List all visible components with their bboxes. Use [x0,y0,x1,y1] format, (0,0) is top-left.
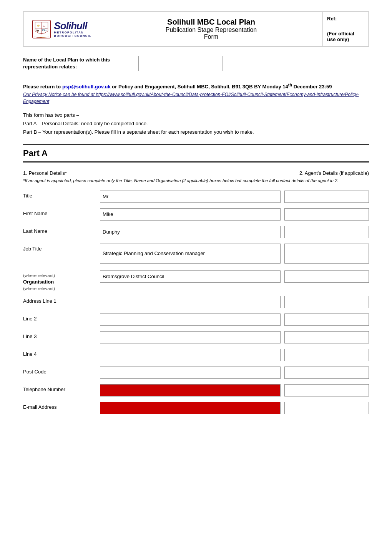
organisation-label: (where relevant) Organisation (where rel… [23,270,100,292]
sub-title-line1: Publication Stage Representation [166,27,257,33]
email-input[interactable] [100,402,281,414]
ref-label: Ref: [327,16,364,22]
lastname-agent-input[interactable] [284,226,369,238]
return-text: Please return to psp@solihull.gov.uk or … [23,82,369,91]
telephone-agent-input[interactable] [284,384,369,396]
plan-name-label: Name of the Local Plan to which this rep… [23,56,131,70]
postcode-row: Post Code [23,367,369,380]
line3-row: Line 3 [23,331,369,345]
email-agent-input[interactable] [284,402,369,414]
title-field1 [100,191,281,203]
logo-text-block: Solihull METROPOLITAN BOROUGH COUNCIL [54,21,92,38]
jobtitle-label: Job Title [23,244,100,252]
plan-name-section: Name of the Local Plan to which this rep… [23,56,369,76]
title-row: Title [23,191,369,204]
firstname-field1 [100,208,281,221]
email-field2 [284,402,369,414]
line4-field2 [284,349,369,361]
line3-input[interactable] [100,331,281,343]
agent-col-header: 2. Agent's Details (if applicable) [281,170,369,176]
address1-agent-input[interactable] [284,296,369,308]
return-email[interactable]: psp@solihull.gov.uk [62,84,111,90]
organisation-agent-input[interactable] [284,270,369,283]
part-a-header: Part A [23,144,369,163]
firstname-row: First Name [23,208,369,222]
org-where-relevant-2: (where relevant) [23,285,100,292]
logo-name: Solihull [54,21,92,31]
telephone-field1 [100,384,281,396]
column-headers: 1. Personal Details* 2. Agent's Details … [23,170,369,176]
email-row: E-mail Address [23,402,369,416]
return-date-end: December 23:59 [292,84,332,90]
line2-label: Line 2 [23,313,100,322]
header-title-section: Solihull MBC Local Plan Publication Stag… [100,12,322,46]
line2-agent-input[interactable] [284,313,369,326]
instruction-text: *If an agent is appointed, please comple… [23,177,369,184]
line2-field1 [100,313,281,326]
lastname-row: Last Name [23,226,369,240]
firstname-field2 [284,208,369,221]
coat-of-arms-icon: ⚜ ✛ 🦅 IN RURE [32,20,51,39]
line4-row: Line 4 [23,349,369,363]
lastname-label: Last Name [23,226,100,235]
address1-input[interactable] [100,296,281,308]
address1-label: Address Line 1 [23,296,100,305]
line4-field1 [100,349,281,361]
return-superscript: th [288,83,292,87]
organisation-row: (where relevant) Organisation (where rel… [23,269,369,292]
form-description: This form has two parts – Part A – Perso… [23,111,369,136]
plan-name-input[interactable] [138,56,223,71]
privacy-text: Our Privacy Notice can be found at https… [23,91,369,105]
sub-title-line2: Form [166,33,257,40]
postcode-input[interactable] [100,367,281,379]
jobtitle-input[interactable] [100,244,281,264]
logo-section: ⚜ ✛ 🦅 IN RURE Solihull METROPOLITAN BORO… [23,12,100,46]
lastname-input[interactable] [100,226,281,238]
form-desc-line3: Part B – Your representation(s). Please … [23,128,369,136]
telephone-row: Telephone Number [23,384,369,398]
telephone-field2 [284,384,369,396]
email-label: E-mail Address [23,402,100,411]
organisation-input[interactable] [100,270,281,283]
organisation-field2 [284,270,369,283]
postcode-field2 [284,367,369,379]
telephone-input[interactable] [100,384,281,396]
logo-line1: METROPOLITAN [54,31,92,34]
svg-text:IN RURE: IN RURE [36,36,42,38]
address1-field1 [100,296,281,308]
lastname-field1 [100,226,281,238]
firstname-input[interactable] [100,208,281,221]
firstname-label: First Name [23,208,100,217]
jobtitle-row: Job Title [23,244,369,265]
title-agent-input[interactable] [284,191,369,203]
organisation-field1 [100,270,281,283]
postcode-field1 [100,367,281,379]
line3-agent-input[interactable] [284,331,369,343]
firstname-agent-input[interactable] [284,208,369,221]
jobtitle-field2 [284,244,369,264]
jobtitle-agent-input[interactable] [284,244,369,264]
title-label: Title [23,191,100,199]
line4-label: Line 4 [23,349,100,358]
line2-input[interactable] [100,313,281,326]
line4-input[interactable] [100,349,281,361]
svg-text:✛: ✛ [42,24,45,28]
logo-line2: BOROUGH COUNCIL [54,34,92,38]
return-section: Please return to psp@solihull.gov.uk or … [23,82,369,105]
postcode-agent-input[interactable] [284,367,369,379]
ref-section: Ref: (For official use only) [322,12,369,46]
lastname-field2 [284,226,369,238]
line3-label: Line 3 [23,331,100,340]
form-desc-line1: This form has two parts – [23,111,369,119]
line2-row: Line 2 [23,313,369,327]
line4-agent-input[interactable] [284,349,369,361]
return-text-before: Please return to [23,84,62,90]
title-input[interactable] [100,191,281,203]
page-header: ⚜ ✛ 🦅 IN RURE Solihull METROPOLITAN BORO… [23,12,369,46]
org-where-relevant-1: (where relevant) [23,272,100,279]
address1-field2 [284,296,369,308]
line2-field2 [284,313,369,326]
form-desc-line2: Part A – Personal Details: need only be … [23,119,369,128]
line3-field1 [100,331,281,343]
line3-field2 [284,331,369,343]
